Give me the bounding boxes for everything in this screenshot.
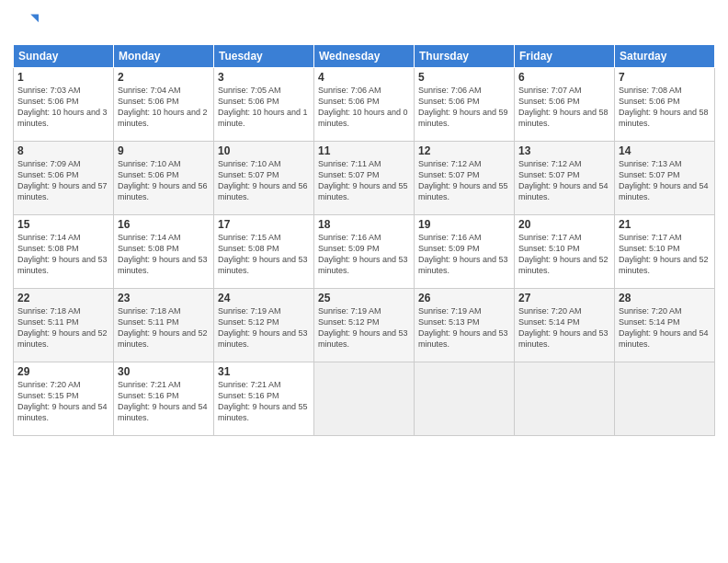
day-number: 22 [17, 292, 109, 304]
day-number: 25 [318, 292, 410, 304]
day-info: Sunrise: 7:16 AMSunset: 5:09 PMDaylight:… [318, 233, 408, 275]
calendar-day-cell: 25 Sunrise: 7:19 AMSunset: 5:12 PMDaylig… [314, 289, 415, 362]
calendar-week-row: 8 Sunrise: 7:09 AMSunset: 5:06 PMDayligh… [14, 142, 715, 215]
day-number: 9 [118, 144, 210, 157]
day-info: Sunrise: 7:04 AMSunset: 5:06 PMDaylight:… [118, 86, 208, 128]
day-number: 13 [518, 144, 610, 157]
logo-icon [13, 11, 39, 37]
calendar-day-cell: 11 Sunrise: 7:11 AMSunset: 5:07 PMDaylig… [314, 142, 415, 215]
day-number: 12 [418, 144, 510, 157]
day-number: 31 [218, 365, 310, 378]
day-of-week-header: Monday [114, 45, 214, 68]
day-number: 15 [17, 218, 109, 231]
calendar-day-cell: 2 Sunrise: 7:04 AMSunset: 5:06 PMDayligh… [114, 68, 214, 142]
calendar-day-cell: 4 Sunrise: 7:06 AMSunset: 5:06 PMDayligh… [314, 68, 415, 142]
day-of-week-header: Tuesday [214, 45, 314, 68]
day-info: Sunrise: 7:19 AMSunset: 5:12 PMDaylight:… [318, 306, 408, 349]
calendar-day-cell: 26 Sunrise: 7:19 AMSunset: 5:13 PMDaylig… [415, 289, 515, 362]
day-number: 1 [17, 71, 109, 84]
day-info: Sunrise: 7:16 AMSunset: 5:09 PMDaylight:… [418, 233, 508, 275]
svg-marker-0 [30, 15, 39, 23]
calendar-day-cell [415, 362, 515, 436]
day-number: 17 [218, 218, 310, 231]
day-number: 7 [619, 71, 711, 84]
day-number: 28 [619, 292, 711, 304]
calendar-day-cell [515, 362, 615, 436]
day-of-week-header: Wednesday [314, 45, 415, 68]
day-number: 6 [518, 71, 610, 84]
day-info: Sunrise: 7:09 AMSunset: 5:06 PMDaylight:… [17, 159, 108, 201]
day-info: Sunrise: 7:20 AMSunset: 5:15 PMDaylight:… [17, 380, 108, 422]
day-number: 5 [418, 71, 510, 84]
day-info: Sunrise: 7:06 AMSunset: 5:06 PMDaylight:… [418, 86, 508, 128]
calendar-day-cell: 28 Sunrise: 7:20 AMSunset: 5:14 PMDaylig… [615, 289, 715, 362]
day-number: 16 [118, 218, 210, 231]
day-info: Sunrise: 7:21 AMSunset: 5:16 PMDaylight:… [218, 380, 308, 422]
day-info: Sunrise: 7:21 AMSunset: 5:16 PMDaylight:… [118, 380, 208, 422]
calendar-day-cell: 15 Sunrise: 7:14 AMSunset: 5:08 PMDaylig… [14, 215, 114, 289]
calendar-day-cell: 20 Sunrise: 7:17 AMSunset: 5:10 PMDaylig… [515, 215, 615, 289]
day-number: 23 [118, 292, 210, 304]
day-number: 19 [418, 218, 510, 231]
svg-rect-1 [13, 11, 30, 34]
day-number: 21 [619, 218, 711, 231]
day-info: Sunrise: 7:20 AMSunset: 5:14 PMDaylight:… [619, 306, 709, 349]
day-info: Sunrise: 7:10 AMSunset: 5:06 PMDaylight:… [118, 159, 208, 201]
page: SundayMondayTuesdayWednesdayThursdayFrid… [0, 0, 728, 563]
calendar-week-row: 29 Sunrise: 7:20 AMSunset: 5:15 PMDaylig… [14, 362, 715, 436]
day-number: 4 [318, 71, 410, 84]
calendar-day-cell: 5 Sunrise: 7:06 AMSunset: 5:06 PMDayligh… [415, 68, 515, 142]
calendar-week-row: 15 Sunrise: 7:14 AMSunset: 5:08 PMDaylig… [14, 215, 715, 289]
day-info: Sunrise: 7:14 AMSunset: 5:08 PMDaylight:… [118, 233, 208, 275]
day-of-week-header: Thursday [415, 45, 515, 68]
day-info: Sunrise: 7:17 AMSunset: 5:10 PMDaylight:… [619, 233, 709, 275]
calendar-header-row: SundayMondayTuesdayWednesdayThursdayFrid… [14, 45, 715, 68]
day-number: 18 [318, 218, 410, 231]
calendar-day-cell: 22 Sunrise: 7:18 AMSunset: 5:11 PMDaylig… [14, 289, 114, 362]
day-info: Sunrise: 7:07 AMSunset: 5:06 PMDaylight:… [518, 86, 609, 128]
day-info: Sunrise: 7:15 AMSunset: 5:08 PMDaylight:… [218, 233, 308, 275]
calendar-day-cell: 13 Sunrise: 7:12 AMSunset: 5:07 PMDaylig… [515, 142, 615, 215]
day-info: Sunrise: 7:18 AMSunset: 5:11 PMDaylight:… [17, 306, 108, 349]
calendar-day-cell: 7 Sunrise: 7:08 AMSunset: 5:06 PMDayligh… [615, 68, 715, 142]
day-number: 30 [118, 365, 210, 378]
day-info: Sunrise: 7:05 AMSunset: 5:06 PMDaylight:… [218, 86, 308, 128]
day-number: 8 [17, 144, 109, 157]
day-info: Sunrise: 7:18 AMSunset: 5:11 PMDaylight:… [118, 306, 208, 349]
calendar-day-cell: 21 Sunrise: 7:17 AMSunset: 5:10 PMDaylig… [615, 215, 715, 289]
calendar-day-cell: 18 Sunrise: 7:16 AMSunset: 5:09 PMDaylig… [314, 215, 415, 289]
day-number: 26 [418, 292, 510, 304]
day-info: Sunrise: 7:19 AMSunset: 5:13 PMDaylight:… [418, 306, 508, 349]
calendar-day-cell: 16 Sunrise: 7:14 AMSunset: 5:08 PMDaylig… [114, 215, 214, 289]
calendar-day-cell: 12 Sunrise: 7:12 AMSunset: 5:07 PMDaylig… [415, 142, 515, 215]
header [13, 11, 715, 37]
day-of-week-header: Saturday [615, 45, 715, 68]
day-number: 29 [17, 365, 109, 378]
day-number: 3 [218, 71, 310, 84]
day-info: Sunrise: 7:11 AMSunset: 5:07 PMDaylight:… [318, 159, 408, 201]
day-number: 20 [518, 218, 610, 231]
day-info: Sunrise: 7:12 AMSunset: 5:07 PMDaylight:… [518, 159, 609, 201]
calendar-day-cell: 23 Sunrise: 7:18 AMSunset: 5:11 PMDaylig… [114, 289, 214, 362]
calendar-day-cell: 9 Sunrise: 7:10 AMSunset: 5:06 PMDayligh… [114, 142, 214, 215]
calendar-day-cell: 3 Sunrise: 7:05 AMSunset: 5:06 PMDayligh… [214, 68, 314, 142]
day-number: 27 [518, 292, 610, 304]
day-number: 24 [218, 292, 310, 304]
day-of-week-header: Sunday [14, 45, 114, 68]
day-info: Sunrise: 7:10 AMSunset: 5:07 PMDaylight:… [218, 159, 308, 201]
calendar-day-cell: 17 Sunrise: 7:15 AMSunset: 5:08 PMDaylig… [214, 215, 314, 289]
calendar-day-cell: 6 Sunrise: 7:07 AMSunset: 5:06 PMDayligh… [515, 68, 615, 142]
calendar-body: 1 Sunrise: 7:03 AMSunset: 5:06 PMDayligh… [14, 68, 715, 436]
day-info: Sunrise: 7:20 AMSunset: 5:14 PMDaylight:… [518, 306, 609, 349]
calendar-week-row: 1 Sunrise: 7:03 AMSunset: 5:06 PMDayligh… [14, 68, 715, 142]
calendar-day-cell: 8 Sunrise: 7:09 AMSunset: 5:06 PMDayligh… [14, 142, 114, 215]
day-number: 14 [619, 144, 711, 157]
day-info: Sunrise: 7:17 AMSunset: 5:10 PMDaylight:… [518, 233, 609, 275]
calendar-day-cell: 29 Sunrise: 7:20 AMSunset: 5:15 PMDaylig… [14, 362, 114, 436]
day-info: Sunrise: 7:06 AMSunset: 5:06 PMDaylight:… [318, 86, 408, 128]
calendar-day-cell: 19 Sunrise: 7:16 AMSunset: 5:09 PMDaylig… [415, 215, 515, 289]
calendar-day-cell [615, 362, 715, 436]
day-info: Sunrise: 7:08 AMSunset: 5:06 PMDaylight:… [619, 86, 709, 128]
calendar-day-cell: 31 Sunrise: 7:21 AMSunset: 5:16 PMDaylig… [214, 362, 314, 436]
logo [13, 11, 42, 37]
